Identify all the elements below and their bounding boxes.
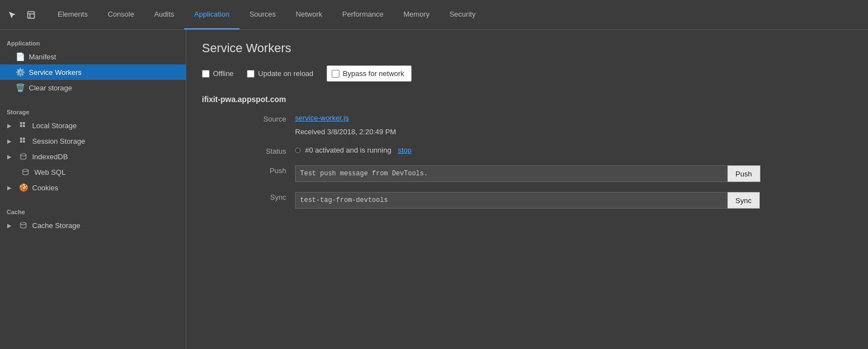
sidebar-item-cookies[interactable]: ▶ 🍪 Cookies	[0, 180, 186, 195]
status-dot-icon	[295, 148, 301, 153]
main-layout: Application 📄 Manifest ⚙️ Service Worker…	[0, 30, 868, 349]
status-value: #0 activated and is running stop	[295, 146, 412, 154]
svg-rect-5	[20, 125, 22, 127]
sidebar-item-service-workers-label: Service Workers	[29, 68, 82, 77]
sidebar-item-manifest[interactable]: 📄 Manifest	[0, 49, 186, 64]
svg-rect-4	[23, 122, 25, 124]
local-storage-arrow-icon: ▶	[7, 123, 12, 128]
sync-label: Sync	[246, 192, 286, 201]
tab-list: Elements Console Audits Application Sour…	[48, 0, 485, 29]
source-link[interactable]: service-worker.js	[295, 114, 349, 122]
web-sql-icon	[21, 168, 30, 176]
sidebar-item-local-storage[interactable]: ▶ Local Storage	[0, 118, 186, 133]
offline-checkbox[interactable]	[202, 70, 210, 78]
svg-rect-6	[23, 125, 25, 127]
tab-performance[interactable]: Performance	[332, 0, 393, 29]
update-on-reload-label: Update on reload	[258, 69, 313, 78]
svg-rect-9	[20, 140, 22, 143]
svg-rect-7	[20, 138, 22, 140]
sidebar-item-service-workers[interactable]: ⚙️ Service Workers	[0, 64, 186, 80]
indexeddb-arrow-icon: ▶	[7, 154, 12, 159]
tab-application[interactable]: Application	[184, 0, 240, 29]
received-value: Received 3/8/2018, 2:20:49 PM	[295, 128, 396, 136]
sync-input-row: Sync	[295, 192, 760, 209]
cookies-icon: 🍪	[19, 183, 28, 192]
push-input[interactable]	[295, 165, 728, 182]
sidebar-item-clear-storage-label: Clear storage	[29, 84, 72, 92]
sync-button[interactable]: Sync	[728, 192, 760, 209]
svg-point-12	[23, 169, 28, 171]
sidebar-item-session-storage-label: Session Storage	[32, 137, 85, 145]
sw-domain: ifixit-pwa.appspot.com	[202, 95, 852, 104]
cache-storage-arrow-icon: ▶	[7, 222, 12, 228]
stop-link[interactable]: stop	[398, 146, 412, 154]
sidebar-item-cache-storage-label: Cache Storage	[32, 221, 80, 230]
source-row: Source service-worker.js Received 3/8/20…	[246, 114, 852, 136]
session-storage-icon	[19, 136, 28, 145]
offline-option[interactable]: Offline	[202, 69, 234, 78]
cookies-arrow-icon: ▶	[7, 185, 12, 190]
sidebar-item-manifest-label: Manifest	[29, 53, 56, 61]
sidebar-item-cookies-label: Cookies	[32, 184, 58, 192]
content-area: Service Workers Offline Update on reload…	[186, 30, 868, 349]
tab-sources[interactable]: Sources	[240, 0, 286, 29]
page-title: Service Workers	[202, 41, 852, 55]
sidebar-item-indexeddb[interactable]: ▶ IndexedDB	[0, 149, 186, 164]
source-label: Source	[246, 114, 286, 123]
inspect-icon[interactable]	[23, 7, 39, 23]
push-row: Push Push	[246, 165, 852, 182]
sidebar-item-local-storage-label: Local Storage	[32, 122, 77, 130]
status-row: Status #0 activated and is running stop	[246, 146, 852, 155]
sidebar-section-application: Application	[0, 34, 186, 49]
update-on-reload-option[interactable]: Update on reload	[247, 69, 313, 78]
push-label: Push	[246, 165, 286, 175]
tab-elements[interactable]: Elements	[48, 0, 98, 29]
sync-input[interactable]	[295, 192, 728, 209]
sidebar-section-cache: Cache	[0, 203, 186, 218]
sidebar-item-web-sql[interactable]: Web SQL	[0, 164, 186, 180]
tab-security[interactable]: Security	[439, 0, 485, 29]
sidebar-section-storage: Storage	[0, 103, 186, 118]
sidebar: Application 📄 Manifest ⚙️ Service Worker…	[0, 30, 186, 349]
manifest-icon: 📄	[16, 52, 24, 61]
sidebar-item-web-sql-label: Web SQL	[34, 168, 65, 176]
indexeddb-icon	[19, 152, 28, 161]
svg-point-13	[21, 222, 26, 225]
tab-audits[interactable]: Audits	[144, 0, 184, 29]
sidebar-item-indexeddb-label: IndexedDB	[32, 153, 68, 161]
bypass-network-option[interactable]: Bypass for network	[327, 65, 412, 82]
svg-rect-0	[28, 12, 34, 18]
sidebar-item-clear-storage[interactable]: 🗑️ Clear storage	[0, 80, 186, 95]
toolbar-icons	[4, 7, 39, 23]
tab-memory[interactable]: Memory	[393, 0, 439, 29]
bypass-network-checkbox[interactable]	[332, 70, 339, 78]
sw-details: Source service-worker.js Received 3/8/20…	[202, 114, 852, 209]
sync-row: Sync Sync	[246, 192, 852, 209]
tab-network[interactable]: Network	[286, 0, 332, 29]
options-row: Offline Update on reload Bypass for netw…	[202, 65, 852, 82]
clear-storage-icon: 🗑️	[16, 83, 24, 92]
push-input-row: Push	[295, 165, 760, 182]
bypass-network-label: Bypass for network	[343, 69, 404, 78]
top-bar: Elements Console Audits Application Sour…	[0, 0, 868, 30]
svg-rect-10	[23, 140, 25, 143]
session-storage-arrow-icon: ▶	[7, 138, 12, 144]
sidebar-item-cache-storage[interactable]: ▶ Cache Storage	[0, 218, 186, 233]
cache-storage-icon	[19, 221, 28, 230]
local-storage-icon	[19, 121, 28, 130]
cursor-icon[interactable]	[4, 7, 20, 23]
svg-rect-3	[20, 122, 22, 124]
sidebar-item-session-storage[interactable]: ▶ Session Storage	[0, 133, 186, 149]
svg-rect-8	[23, 138, 25, 140]
svg-point-11	[21, 154, 26, 156]
status-text: #0 activated and is running	[305, 146, 391, 154]
push-button[interactable]: Push	[728, 165, 760, 182]
service-workers-icon: ⚙️	[16, 68, 24, 77]
offline-label: Offline	[213, 69, 234, 78]
tab-console[interactable]: Console	[98, 0, 144, 29]
update-on-reload-checkbox[interactable]	[247, 70, 255, 78]
status-label: Status	[246, 146, 286, 155]
